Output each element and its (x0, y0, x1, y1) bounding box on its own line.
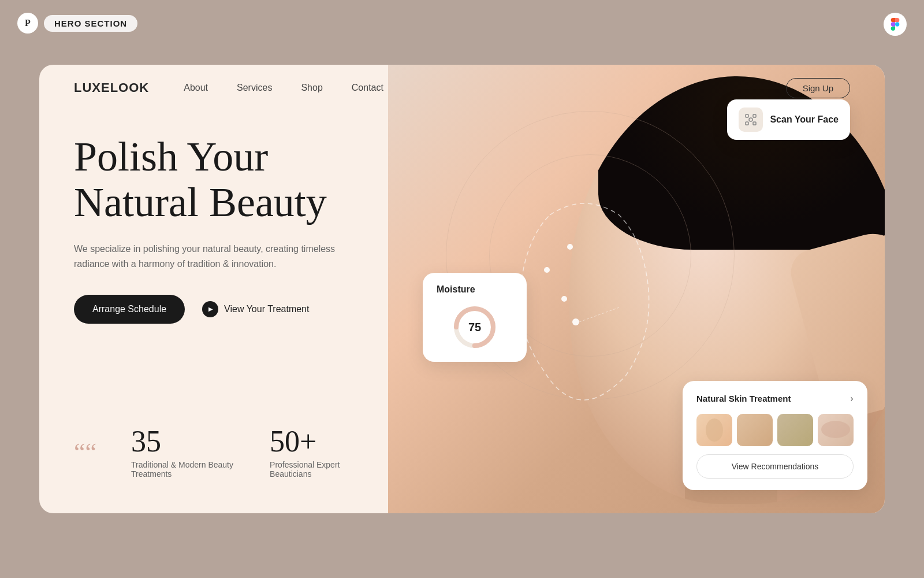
moisture-gauge: 75 (452, 304, 498, 350)
view-recommendations-button[interactable]: View Recommendations (696, 454, 854, 479)
treatment-card: Natural Skin Treatment › View Recommenda… (683, 381, 867, 490)
signup-button[interactable]: Sign Up (786, 78, 850, 98)
svg-rect-4 (746, 122, 748, 125)
top-bar: P HERO SECTION (17, 13, 137, 34)
nav-item-about[interactable]: About (184, 83, 208, 93)
stat-treatments: 35 Traditional & Modern Beauty Treatment… (131, 427, 235, 479)
chevron-right-icon[interactable]: › (850, 392, 854, 405)
svg-point-6 (749, 118, 752, 121)
moisture-value: 75 (468, 321, 481, 334)
svg-rect-2 (746, 114, 748, 117)
hero-title: Polish Your Natural Beauty (74, 134, 397, 225)
treatment-thumb-2 (737, 414, 773, 446)
main-card: LUXELOOK About Services Shop Contact Sig… (39, 65, 885, 513)
quote-decoration: ““ (74, 440, 96, 465)
face-dot-1 (567, 244, 573, 250)
face-dot-3 (561, 296, 567, 302)
stats-section: ““ 35 Traditional & Modern Beauty Treatm… (74, 427, 374, 479)
nav-item-services[interactable]: Services (237, 83, 272, 93)
arrange-schedule-button[interactable]: Arrange Schedule (74, 295, 185, 324)
treatment-header: Natural Skin Treatment › (696, 392, 854, 405)
treatment-title: Natural Skin Treatment (696, 394, 791, 403)
face-dot-2 (544, 267, 550, 273)
nav-item-shop[interactable]: Shop (301, 83, 322, 93)
hero-subtitle: We specialize in polishing your natural … (74, 242, 351, 271)
svg-rect-5 (753, 122, 756, 125)
hero-content: Polish Your Natural Beauty We specialize… (74, 134, 397, 324)
treatment-thumb-1 (696, 414, 732, 446)
play-icon: ▶ (202, 301, 218, 317)
scan-face-card[interactable]: Scan Your Face (727, 99, 850, 140)
scan-label: Scan Your Face (770, 114, 839, 125)
scan-icon (739, 108, 763, 132)
nav-links: About Services Shop Contact (184, 83, 383, 93)
hero-buttons: Arrange Schedule ▶ View Your Treatment (74, 295, 397, 324)
moisture-title: Moisture (437, 284, 513, 295)
moisture-card: Moisture 75 (423, 273, 527, 362)
treatment-thumbnails (696, 414, 854, 446)
hero-image-area: Scan Your Face Moisture 75 Natural Skin … (388, 65, 885, 513)
top-bar-logo: P (17, 13, 38, 34)
view-treatment-button[interactable]: ▶ View Your Treatment (202, 301, 309, 317)
top-bar-title: HERO SECTION (44, 15, 137, 32)
treatment-thumb-4 (818, 414, 854, 446)
treatment-thumb-3 (777, 414, 813, 446)
figma-icon[interactable] (884, 13, 907, 36)
svg-rect-3 (753, 114, 756, 117)
stat-beauticians: 50+ Professional Expert Beauticians (270, 427, 374, 479)
brand-logo[interactable]: LUXELOOK (74, 80, 149, 95)
nav-item-contact[interactable]: Contact (352, 83, 383, 93)
